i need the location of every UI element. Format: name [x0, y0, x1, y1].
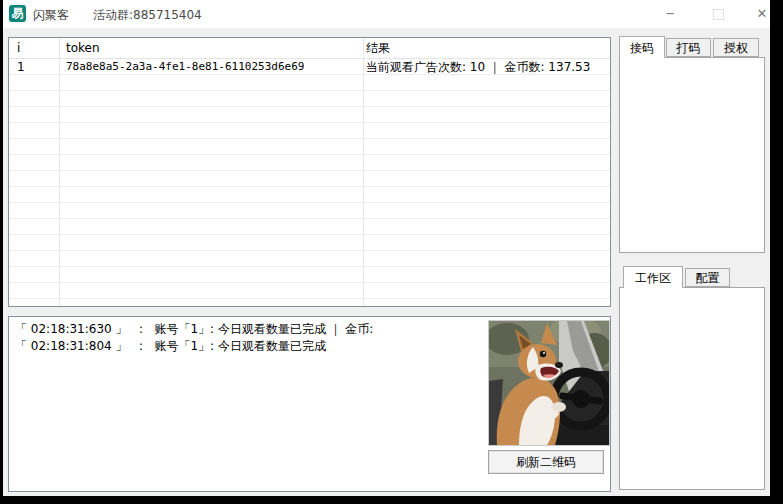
column-header-result[interactable]: 结果 — [366, 38, 390, 58]
maximize-button — [699, 0, 737, 28]
maximize-icon — [713, 9, 724, 20]
app-window: 易 闪聚客 活动群:885715404 ─ ✕ i token 结果 1 78a… — [3, 0, 770, 496]
workspace-panel — [619, 287, 765, 490]
accounts-table[interactable]: i token 结果 1 78a8e8a5-2a3a-4fe1-8e81-611… — [8, 37, 611, 307]
tab-config[interactable]: 配置 — [685, 268, 730, 287]
log-output-box[interactable]: 「 02:18:31:630 」 : 账号「1」: 今日观看数量已完成 ｜ 金币… — [8, 316, 611, 492]
close-button[interactable]: ✕ — [743, 0, 781, 28]
title-bar: 易 闪聚客 活动群:885715404 ─ ✕ — [3, 0, 770, 28]
log-line: 「 02:18:31:804 」 : 账号「1」: 今日观看数量已完成 — [15, 338, 326, 355]
cell-index: 1 — [17, 59, 25, 75]
column-header-token[interactable]: token — [66, 38, 100, 58]
cell-token: 78a8e8a5-2a3a-4fe1-8e81-6110253d6e69 — [66, 59, 304, 75]
corgi-driving-photo — [489, 321, 609, 445]
activity-group-label: 活动群:885715404 — [93, 7, 202, 24]
column-header-i[interactable]: i — [17, 38, 20, 58]
window-title: 闪聚客 — [33, 7, 69, 24]
app-logo-icon: 易 — [9, 5, 26, 22]
account-panel — [619, 57, 765, 253]
log-line: 「 02:18:31:630 」 : 账号「1」: 今日观看数量已完成 ｜ 金币… — [15, 321, 373, 338]
refresh-qrcode-button[interactable]: 刷新二维码 — [488, 450, 604, 474]
table-body: 1 78a8e8a5-2a3a-4fe1-8e81-6110253d6e69 当… — [9, 59, 610, 306]
table-row[interactable]: 1 78a8e8a5-2a3a-4fe1-8e81-6110253d6e69 当… — [9, 59, 610, 75]
cell-result: 当前观看广告次数: 10 ｜ 金币数: 137.53 — [366, 59, 590, 75]
tab-authorize[interactable]: 授权 — [713, 38, 759, 57]
table-header[interactable]: i token 结果 — [9, 38, 610, 59]
tab-captcha[interactable]: 打码 — [666, 38, 711, 57]
tab-receive-code[interactable]: 接码 — [619, 36, 665, 58]
minimize-button[interactable]: ─ — [651, 0, 689, 28]
tab-workspace[interactable]: 工作区 — [623, 266, 683, 288]
qr-area-photo — [488, 320, 610, 446]
